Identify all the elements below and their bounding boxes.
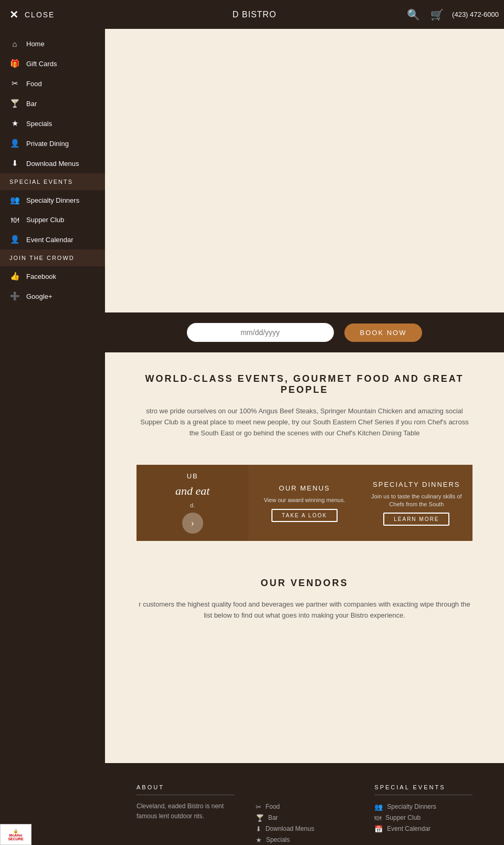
mcafee-logo: 🔒 [13, 829, 18, 833]
hero-section [105, 29, 504, 312]
world-class-section: WORLD-CLASS EVENTS, GOURMET FOOD AND GRE… [105, 352, 504, 449]
home-icon: ⌂ [9, 39, 20, 48]
google-plus-icon: ➕ [9, 291, 20, 301]
vendors-logos-area [105, 632, 504, 763]
footer-calendar-icon: 📅 [374, 825, 383, 833]
footer-download-label: Download Menus [266, 825, 314, 832]
footer-specialty-label: Specialty Dinners [387, 803, 436, 810]
join-crowd-header: JOIN THE CROWD [0, 249, 105, 266]
footer-specials-link[interactable]: ★ Specials [256, 834, 354, 845]
sidebar-item-event-calendar[interactable]: 👤 Event Calendar [0, 229, 105, 249]
sidebar-item-bar[interactable]: 🍸 Bar [0, 93, 105, 113]
header-icons: 🔍 🛒 [404, 5, 452, 24]
gift-icon: 🎁 [9, 59, 20, 68]
header-title: D BISTRO [105, 10, 404, 19]
card-side-text: and eat [175, 484, 209, 498]
footer-special-events-title: SPECIAL EVENTS [374, 784, 472, 795]
header: ✕ CLOSE D BISTRO 🔍 🛒 (423) 472-6000 [0, 0, 504, 29]
card-overlay-2: OUR MENUS View our award winning menus. … [248, 465, 360, 541]
facebook-icon: 👍 [9, 272, 20, 281]
header-phone: (423) 472-6000 [452, 11, 504, 18]
card-text-3: Join us to taste the culinary skills of … [366, 493, 467, 509]
search-icon[interactable]: 🔍 [404, 5, 423, 24]
footer-about-title: ABOUT [136, 784, 235, 795]
date-input[interactable] [187, 323, 334, 342]
footer-special-events-col: SPECIAL EVENTS 👥 Specialty Dinners 🍽 Sup… [374, 784, 472, 845]
bar-icon: 🍸 [9, 99, 20, 108]
cards-row: UB and eat d. › OUR MENUS View our award… [136, 465, 472, 541]
page-wrapper: ⌂ Home 🎁 Gift Cards ✂ Food 🍸 Bar ★ Speci… [0, 0, 504, 845]
footer-specialty-dinners-link[interactable]: 👥 Specialty Dinners [374, 801, 472, 812]
reservation-bar: BOOK NOW [105, 312, 504, 352]
take-a-look-button[interactable]: TAKE A LOOK [271, 509, 338, 522]
sidebar: ⌂ Home 🎁 Gift Cards ✂ Food 🍸 Bar ★ Speci… [0, 29, 105, 845]
food-icon: ✂ [9, 79, 20, 88]
footer-supper-icon: 🍽 [374, 814, 381, 822]
footer-bar-link[interactable]: 🍸 Bar [256, 812, 354, 823]
sidebar-item-google-plus[interactable]: ➕ Google+ [0, 286, 105, 306]
sidebar-item-facebook[interactable]: 👍 Facebook [0, 266, 105, 286]
sidebar-item-gift-cards[interactable]: 🎁 Gift Cards [0, 54, 105, 74]
footer-food-icon: ✂ [256, 803, 261, 811]
specialty-dinners-icon: 👥 [9, 195, 20, 205]
vendors-title: OUR VENDORS [136, 578, 472, 589]
vendors-text: r customers the highest quality food and… [136, 599, 472, 621]
world-class-title: WORLD-CLASS EVENTS, GOURMET FOOD AND GRE… [136, 373, 472, 395]
close-button[interactable]: ✕ CLOSE [0, 0, 105, 29]
card-overlay-3: SPECIALTY DINNERS Join us to taste the c… [361, 465, 472, 541]
sidebar-item-specialty-dinners[interactable]: 👥 Specialty Dinners [0, 190, 105, 210]
supper-club-icon: 🍽 [9, 215, 20, 224]
footer: ABOUT Cleveland, eaded Bistro is nent fa… [105, 763, 504, 845]
footer-food-link[interactable]: ✂ Food [256, 801, 354, 812]
sidebar-item-specials[interactable]: ★ Specials [0, 113, 105, 133]
mcafee-badge: 🔒 McAfee SECURE [0, 824, 32, 845]
our-menus-card: OUR MENUS View our award winning menus. … [248, 465, 360, 541]
book-now-button[interactable]: BOOK NOW [344, 324, 423, 342]
footer-event-calendar-link[interactable]: 📅 Event Calendar [374, 823, 472, 834]
close-icon: ✕ [9, 8, 18, 21]
specialty-dinners-card: SPECIALTY DINNERS Join us to taste the c… [361, 465, 472, 541]
sidebar-item-download-menus[interactable]: ⬇ Download Menus [0, 153, 105, 173]
sidebar-label-google-plus: Google+ [26, 293, 52, 300]
cart-icon[interactable]: 🛒 [427, 5, 447, 24]
special-events-header: SPECIAL EVENTS [0, 173, 105, 190]
sidebar-item-home[interactable]: ⌂ Home [0, 34, 105, 54]
sidebar-label-facebook: Facebook [26, 273, 56, 280]
sidebar-label-private-dining: Private Dining [26, 140, 69, 148]
supper-club-card: UB and eat d. › [136, 465, 248, 541]
mcafee-sublabel: SECURE [8, 837, 23, 841]
footer-about-col: ABOUT Cleveland, eaded Bistro is nent fa… [136, 784, 235, 845]
footer-bar-label: Bar [268, 814, 278, 821]
card-arrow-1[interactable]: › [182, 513, 203, 534]
sidebar-label-bar: Bar [26, 100, 37, 108]
sidebar-item-supper-club[interactable]: 🍽 Supper Club [0, 210, 105, 229]
sidebar-label-specials: Specials [26, 120, 52, 128]
sidebar-item-private-dining[interactable]: 👤 Private Dining [0, 133, 105, 153]
footer-supper-club-link[interactable]: 🍽 Supper Club [374, 812, 472, 823]
learn-more-button[interactable]: LEARN MORE [383, 513, 449, 526]
hero-bg [105, 29, 504, 312]
footer-bar-icon: 🍸 [256, 814, 264, 822]
sidebar-item-food[interactable]: ✂ Food [0, 74, 105, 93]
sidebar-label-gift-cards: Gift Cards [26, 60, 57, 68]
footer-links-col: - ✂ Food 🍸 Bar ⬇ Download Menus ★ Specia… [256, 784, 354, 845]
private-dining-icon: 👤 [9, 139, 20, 148]
close-label: CLOSE [25, 11, 55, 19]
card-sub-1: d. [190, 502, 195, 508]
footer-about-text: Cleveland, eaded Bistro is nent famous l… [136, 801, 235, 821]
footer-food-label: Food [266, 803, 280, 810]
card-title-2: OUR MENUS [279, 484, 330, 492]
vendors-section: OUR VENDORS r customers the highest qual… [105, 557, 504, 632]
card-title-3: SPECIALTY DINNERS [373, 481, 460, 488]
world-class-text: stro we pride ourselves on our 100% Angu… [136, 406, 472, 439]
sidebar-label-food: Food [26, 80, 42, 88]
specials-icon: ★ [9, 119, 20, 128]
card-text-2: View our award winning menus. [264, 496, 345, 504]
footer-calendar-label: Event Calendar [387, 825, 430, 832]
footer-specialty-icon: 👥 [374, 803, 383, 811]
download-icon: ⬇ [9, 159, 20, 168]
footer-specials-label: Specials [266, 836, 290, 843]
footer-specials-icon: ★ [256, 836, 262, 844]
footer-download-link[interactable]: ⬇ Download Menus [256, 823, 354, 834]
sidebar-label-specialty-dinners: Specialty Dinners [26, 196, 79, 204]
